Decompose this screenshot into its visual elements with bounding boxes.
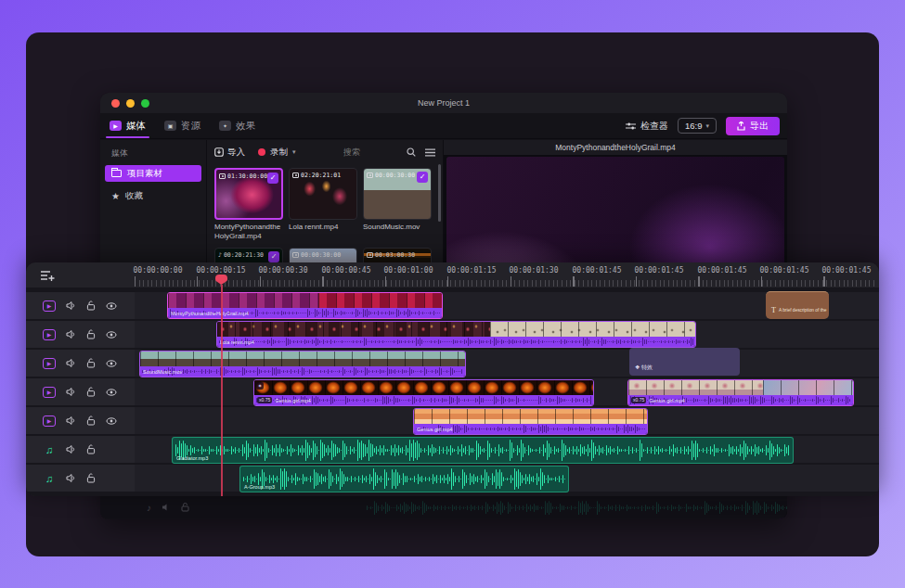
media-item-name: Lola rennt.mp4 [289,223,357,232]
media-item[interactable]: 01:30:00:00 ✓ MontyPythonandtheHolyGrail… [214,168,283,241]
docked-timeline-remnant: ♪ [100,495,787,519]
clip-label: Lola rennt.mp4 [220,339,254,345]
timeline-clip-monty[interactable]: MontyPythonandtheHolyGrail.mp4 [167,292,443,319]
ruler-label: 00:00:01:45 [822,266,872,275]
timeline-clip-lola[interactable]: Lola rennt.mp4 [216,321,696,348]
lock-icon [181,503,189,512]
search-box [343,147,435,157]
ruler-label: 00:00:00:30 [259,266,308,275]
timeline-clip-agroup[interactable]: A-Group.mp3 [239,466,569,492]
list-view-icon[interactable] [425,148,435,157]
export-icon [737,121,745,131]
clip-label: Genius girl.mp4 [649,398,685,403]
tab-effects[interactable]: ✦ 效果 [210,113,265,138]
timeline-clip-genius-1[interactable]: ✦ x0.75 Genius girl.mp4 [253,379,594,406]
chevron-down-icon: ▾ [705,122,709,130]
audio-type-icon: ♪ [218,251,222,259]
timeline-clip-effect[interactable]: ❖ 特效 [629,348,740,376]
clip-label: SoundMusic.mov [143,369,182,375]
sidebar-header: 媒体 [111,147,206,160]
ruler-minor-ticks [135,280,875,287]
media-thumbnail[interactable]: 00:00:30:00 ✓ [363,168,432,220]
media-thumbnail[interactable]: 01:30:00:00 ✓ [214,168,283,220]
sidebar-item-label: 收藏 [125,190,143,202]
speed-badge: x0.75 [257,397,272,403]
inspector-button[interactable]: 检查器 [626,120,668,133]
clip-duration: 00:00:30:00 [292,251,341,259]
audio-waveform [243,468,565,490]
tab-media-label: 媒体 [126,120,146,133]
video-type-icon [292,252,299,258]
tab-resources[interactable]: ▣ 资源 [155,113,210,138]
speaker-icon [162,503,171,512]
titlebar: New Project 1 [100,93,787,113]
dimmed-waveform [367,501,787,515]
clip-duration: 00:00:30:00 [367,172,415,179]
media-tab-icon: ▶ [110,121,122,131]
text-clip-icon: T [771,306,776,314]
timeline-clip-soundmusic[interactable]: SoundMusic.mov [139,351,466,377]
folder-icon [111,170,122,177]
add-track-icon[interactable] [39,268,56,283]
video-type-icon [219,173,226,179]
media-item[interactable]: 02:20:21:01 Lola rennt.mp4 [289,168,357,241]
ruler-label: 00:00:00:15 [197,266,246,275]
media-scrollbar[interactable] [438,164,441,222]
export-button[interactable]: 导出 [726,117,780,135]
timeline-clip-gladiator[interactable]: Gladiator.mp3 [172,437,794,464]
sliders-icon [626,121,636,131]
media-item[interactable]: 00:00:30:00 ✓ SoundMusic.mov [363,168,432,241]
effects-tab-icon: ✦ [219,121,231,131]
checkmark-badge: ✓ [417,172,428,183]
timeline-clip-genius-3[interactable]: Genius girl.mp4 [413,408,648,435]
timeline-panel: 00:00:00:00 00:00:00:15 00:00:00:30 00:0… [26,262,879,496]
preview-title: MontyPythonandtheHolyGrail.mp4 [444,140,787,155]
record-icon [258,148,265,156]
sidebar-item-label: 项目素材 [127,168,162,180]
tab-resources-label: 资源 [181,120,200,133]
video-type-icon [367,252,373,258]
timeline-ruler[interactable]: 00:00:00:00 00:00:00:15 00:00:00:30 00:0… [26,262,879,288]
search-input[interactable] [343,147,403,157]
clip-duration: 00:03:00:30 [367,251,415,259]
inspector-label: 检查器 [640,120,668,133]
clip-label: Gladiator.mp3 [176,455,208,461]
star-icon: ★ [111,191,120,201]
resources-tab-icon: ▣ [164,121,176,131]
sparkle-icon: ❖ [635,364,641,370]
ruler-label: 00:00:01:00 [384,266,433,275]
clip-duration: 01:30:00:00 [219,173,267,180]
clip-audio-waveform [219,338,693,346]
timeline-clip-genius-2[interactable]: x0.75 Genius girl.mp4 [627,379,854,406]
clip-label: ❖ 特效 [635,364,653,372]
video-type-icon [292,173,299,178]
ruler-label: 00:00:01:30 [510,266,559,275]
media-thumbnail[interactable]: 02:20:21:01 [289,168,357,220]
search-icon[interactable] [407,147,416,157]
checkmark-badge: ✓ [268,251,279,262]
window-title: New Project 1 [100,98,787,108]
video-type-icon [367,173,373,178]
chevron-down-icon: ▾ [292,148,296,156]
aspect-ratio-select[interactable]: 16:9 ▾ [678,118,717,134]
timeline-clip-text[interactable]: T A brief description of the [766,291,829,319]
tab-media[interactable]: ▶ 媒体 [100,113,155,138]
import-icon [214,147,224,157]
playhead-line[interactable] [221,285,223,496]
tab-effects-label: 效果 [236,120,255,133]
ruler-label: 00:00:01:45 [635,266,684,275]
music-note-icon: ♪ [147,503,151,513]
sidebar-item-favorites[interactable]: ★ 收藏 [105,187,201,204]
speed-badge: x0.75 [631,397,646,403]
sidebar-item-project-assets[interactable]: 项目素材 [105,165,201,182]
clip-label: MontyPythonandtheHolyGrail.mp4 [171,311,249,316]
import-label: 导入 [227,147,245,159]
clip-label: Genius girl.mp4 [275,398,311,403]
import-button[interactable]: 导入 [214,147,245,159]
ruler-label: 00:00:01:45 [760,266,809,275]
main-toolbar: ▶ 媒体 ▣ 资源 ✦ 效果 检查器 16:9 ▾ [100,113,787,139]
clip-label: A-Group.mp3 [244,484,275,490]
record-button[interactable]: 录制 ▾ [258,147,296,159]
media-item-name: SoundMusic.mov [363,223,432,232]
ruler-label: 00:00:01:15 [447,266,497,275]
